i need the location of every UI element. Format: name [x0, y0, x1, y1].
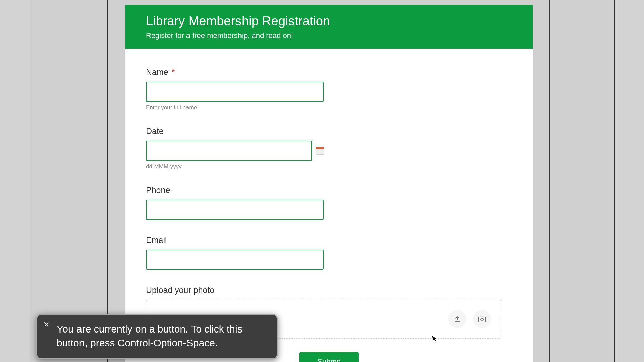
phone-field-group: Phone [146, 185, 512, 220]
voiceover-tooltip: ✕ You are currently on a button. To clic… [36, 314, 278, 359]
date-label: Date [146, 126, 512, 136]
page-border-right [614, 0, 615, 362]
upload-icon [453, 315, 461, 323]
form-subtitle: Register for a free membership, and read… [146, 31, 512, 40]
right-gutter [615, 0, 644, 362]
upload-label: Upload your photo [146, 285, 512, 295]
name-label: Name * [146, 67, 512, 77]
submit-button[interactable]: Submit [299, 352, 358, 362]
svg-rect-0 [478, 317, 486, 322]
form-title: Library Membership Registration [146, 14, 512, 28]
calendar-icon[interactable] [316, 147, 324, 155]
inner-border-right [549, 0, 550, 362]
required-star: * [172, 67, 175, 77]
email-label: Email [146, 235, 512, 245]
camera-icon [478, 315, 486, 323]
email-input[interactable] [146, 250, 324, 270]
name-helper-text: Enter your full name [146, 104, 512, 111]
form-container: Library Membership Registration Register… [125, 5, 533, 362]
voiceover-text: You are currently on a button. To click … [57, 322, 267, 350]
upload-icon-button[interactable] [448, 310, 466, 328]
name-field-group: Name * Enter your full name [146, 67, 512, 111]
phone-label: Phone [146, 185, 512, 195]
svg-point-1 [481, 318, 483, 321]
date-field-group: Date dd-MMM-yyyy [146, 126, 512, 170]
date-input[interactable] [146, 141, 312, 161]
phone-input[interactable] [146, 200, 324, 220]
email-field-group: Email [146, 235, 512, 270]
left-gutter [0, 0, 30, 362]
voiceover-close-button[interactable]: ✕ [43, 321, 49, 328]
name-label-text: Name [146, 67, 168, 77]
name-input[interactable] [146, 82, 324, 102]
form-header: Library Membership Registration Register… [125, 5, 533, 49]
date-helper-text: dd-MMM-yyyy [146, 163, 512, 170]
camera-icon-button[interactable] [473, 310, 491, 328]
page-border-left [30, 0, 30, 362]
